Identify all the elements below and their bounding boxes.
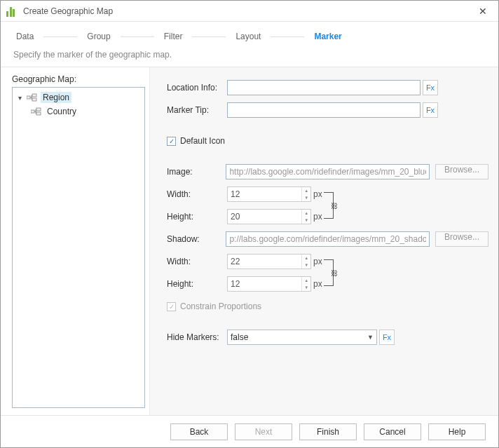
sh-width-stepper[interactable]: ▲▼ (227, 254, 311, 269)
spin-down-icon[interactable]: ▼ (302, 194, 310, 201)
svg-rect-7 (31, 110, 34, 113)
geographic-map-tree[interactable]: ▾ Region (12, 87, 145, 408)
link-proportions-icon: ⛓ (324, 259, 334, 286)
link-proportions-icon: ⛓ (324, 192, 334, 219)
spin-up-icon[interactable]: ▲ (302, 277, 310, 284)
cancel-button[interactable]: Cancel (364, 423, 421, 440)
tree-node-region[interactable]: ▾ Region (14, 90, 143, 104)
fx-button-hide-markers[interactable]: Fx (379, 330, 395, 345)
dialog-body: Geographic Map: ▾ (1, 67, 498, 415)
default-icon-label: Default Icon (180, 136, 225, 146)
titlebar: Create Geographic Map ✕ (1, 1, 498, 22)
image-input[interactable] (226, 164, 430, 179)
wizard-subtitle: Specify the marker of the geographic map… (13, 50, 486, 60)
step-filter[interactable]: Filter (161, 32, 186, 41)
step-separator (271, 36, 304, 37)
browse-shadow-button[interactable]: Browse... (435, 231, 488, 247)
wizard-steps: Data Group Filter Layout Marker (13, 32, 486, 41)
dialog-footer: Back Next Finish Cancel Help (1, 415, 498, 447)
app-icon (6, 6, 18, 17)
chain-icon: ⛓ (331, 269, 338, 277)
fx-button-location[interactable]: Fx (423, 80, 438, 95)
region-node-icon (27, 93, 38, 102)
wizard-header: Data Group Filter Layout Marker Specify … (1, 22, 498, 67)
row-shadow: Shadow: Browse... (167, 231, 488, 247)
label-shadow: Shadow: (167, 234, 226, 244)
spin-up-icon[interactable]: ▲ (302, 210, 310, 217)
shadow-input[interactable] (226, 231, 430, 247)
step-data[interactable]: Data (13, 32, 36, 41)
hide-markers-value: false (231, 332, 248, 342)
checkbox-check-icon: ✓ (167, 302, 176, 311)
spin-down-icon[interactable]: ▼ (302, 284, 310, 291)
svg-rect-0 (27, 96, 30, 99)
label-sh-width: Width: (167, 257, 227, 266)
row-image: Image: Browse... (167, 164, 488, 179)
step-separator (192, 36, 226, 37)
step-group[interactable]: Group (84, 32, 113, 41)
constrain-proportions-checkbox: ✓ Constrain Proportions (167, 301, 261, 311)
spin-up-icon[interactable]: ▲ (302, 254, 310, 262)
sh-height-input[interactable] (228, 277, 301, 291)
sh-height-stepper[interactable]: ▲▼ (227, 276, 311, 292)
tree-toggle-icon[interactable]: ▾ (15, 94, 24, 102)
row-marker-tip: Marker Tip: Fx (167, 102, 488, 118)
step-layout[interactable]: Layout (233, 32, 264, 41)
img-width-input[interactable] (228, 187, 301, 201)
row-default-icon: ✓ Default Icon (167, 133, 488, 149)
img-height-stepper[interactable]: ▲▼ (227, 209, 311, 224)
back-button[interactable]: Back (170, 423, 228, 440)
step-separator (43, 36, 77, 37)
unit-px: px (313, 257, 322, 266)
tree-label: Geographic Map: (12, 74, 145, 84)
unit-px: px (313, 189, 322, 199)
chain-icon: ⛓ (331, 202, 338, 210)
location-info-input[interactable] (227, 80, 421, 95)
window-title: Create Geographic Map (23, 6, 113, 16)
country-node-icon (31, 107, 42, 116)
finish-button[interactable]: Finish (299, 423, 357, 440)
label-marker-tip: Marker Tip: (167, 105, 227, 115)
svg-rect-10 (36, 112, 41, 115)
label-hide-markers: Hide Markers: (167, 332, 227, 342)
label-image: Image: (167, 167, 226, 177)
browse-image-button[interactable]: Browse... (435, 164, 488, 179)
right-pane: Location Info: Fx Marker Tip: Fx ✓ Defau… (149, 67, 498, 415)
row-hide-markers: Hide Markers: false ▼ Fx (167, 330, 488, 345)
spin-up-icon[interactable]: ▲ (302, 187, 310, 194)
label-sh-height: Height: (167, 279, 227, 289)
unit-px: px (313, 212, 322, 222)
img-height-input[interactable] (228, 210, 301, 224)
svg-rect-2 (32, 94, 36, 97)
label-location-info: Location Info: (167, 83, 227, 93)
chevron-down-icon: ▼ (367, 334, 374, 341)
svg-rect-9 (36, 108, 41, 111)
dialog-window: Create Geographic Map ✕ Data Group Filte… (0, 0, 499, 448)
close-icon[interactable]: ✕ (473, 4, 493, 18)
step-separator (121, 36, 154, 37)
constrain-label: Constrain Proportions (180, 301, 261, 311)
tree-node-label: Region (41, 92, 71, 103)
label-img-height: Height: (167, 212, 227, 222)
tree-node-label: Country (45, 106, 78, 117)
spin-down-icon[interactable]: ▼ (302, 217, 310, 224)
hide-markers-select[interactable]: false ▼ (227, 330, 377, 345)
step-marker[interactable]: Marker (311, 32, 344, 41)
svg-rect-3 (32, 98, 36, 101)
fx-button-marker-tip[interactable]: Fx (423, 102, 438, 118)
checkbox-check-icon: ✓ (167, 137, 176, 146)
row-constrain: ✓ Constrain Proportions (167, 299, 488, 314)
spin-down-icon[interactable]: ▼ (302, 262, 310, 269)
img-width-stepper[interactable]: ▲▼ (227, 186, 311, 202)
tree-node-country[interactable]: Country (14, 104, 143, 118)
left-pane: Geographic Map: ▾ (1, 67, 149, 415)
unit-px: px (313, 279, 322, 289)
next-button: Next (235, 423, 292, 440)
row-location-info: Location Info: Fx (167, 80, 488, 95)
default-icon-checkbox[interactable]: ✓ Default Icon (167, 136, 225, 146)
label-img-width: Width: (167, 189, 227, 199)
marker-tip-input[interactable] (227, 102, 421, 118)
sh-width-input[interactable] (228, 254, 301, 269)
help-button[interactable]: Help (428, 423, 486, 440)
